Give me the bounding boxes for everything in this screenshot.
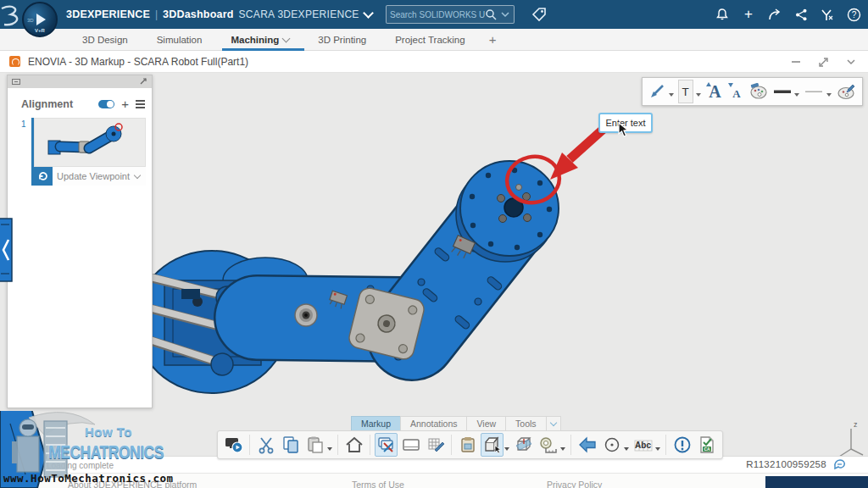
red-arrow-annotation[interactable] xyxy=(550,130,603,180)
panel-view-icon[interactable] xyxy=(399,433,422,457)
arrow-tool-icon[interactable] xyxy=(648,80,666,103)
view-3d-dropdown-icon[interactable] xyxy=(504,447,509,451)
markup-style-toolbar: T A A xyxy=(642,77,863,106)
alignment-title: Alignment xyxy=(21,98,92,110)
warning-icon[interactable] xyxy=(670,433,693,457)
add-tab-button[interactable]: + xyxy=(489,32,497,47)
center-circle-dropdown-icon[interactable] xyxy=(624,447,629,451)
axis-z-label: z xyxy=(854,420,858,429)
watermark-mechatronics-text: MECHATRONICS xyxy=(46,441,166,463)
search-icon[interactable] xyxy=(485,8,497,20)
svg-text:CA: CA xyxy=(704,446,710,452)
tab-project-tracking[interactable]: Project Tracking xyxy=(395,35,465,45)
line-color-palette-icon[interactable] xyxy=(836,80,857,103)
update-viewpoint-chevron-icon[interactable] xyxy=(134,172,141,179)
grid-edit-icon[interactable] xyxy=(424,433,447,457)
panel-collapse-handle[interactable] xyxy=(0,216,14,284)
robot-disc xyxy=(450,161,559,262)
fill-color-palette-icon[interactable] xyxy=(748,80,770,103)
thick-line-dropdown-icon[interactable] xyxy=(794,93,799,97)
update-viewpoint-button[interactable]: Update Viewpoint xyxy=(34,167,146,186)
thin-line-dropdown-icon[interactable] xyxy=(826,93,832,97)
paste-icon[interactable] xyxy=(303,433,326,457)
panel-window-icon xyxy=(12,79,20,85)
markup-edit-icon[interactable] xyxy=(833,458,846,470)
brand-3ddashboard[interactable]: 3DDashboard xyxy=(163,8,233,20)
alignment-add-button[interactable]: + xyxy=(121,100,129,108)
play-icon xyxy=(36,14,46,25)
markup-sketch-icon[interactable] xyxy=(375,433,398,457)
user-advocacy-icon[interactable] xyxy=(820,7,835,22)
brand-separator: | xyxy=(155,8,158,20)
tag-icon[interactable] xyxy=(531,6,548,23)
font-decrease-icon[interactable]: A xyxy=(727,80,746,103)
tab-chevron-icon[interactable] xyxy=(282,34,291,42)
share-nodes-icon[interactable] xyxy=(793,7,809,22)
tab-annotations[interactable]: Annotations xyxy=(400,416,466,431)
tab-strip-chevron-icon[interactable] xyxy=(546,416,561,431)
spellcheck-abc-icon[interactable]: Abc xyxy=(632,433,654,457)
section-cube-icon[interactable] xyxy=(512,433,535,457)
help-icon[interactable]: ? xyxy=(846,7,861,22)
text-tool-icon[interactable]: T xyxy=(678,80,693,103)
brand-3dexperience[interactable]: 3DEXPERIENCE xyxy=(66,8,150,20)
clipboard-box-icon[interactable] xyxy=(456,433,479,457)
footer-privacy-link[interactable]: Privacy Policy xyxy=(547,480,602,488)
certify-document-icon[interactable]: CA xyxy=(695,433,718,457)
revision-number: R1132100959258 xyxy=(746,459,826,469)
enovia-app-icon xyxy=(9,56,20,67)
cut-scissors-icon[interactable] xyxy=(254,433,277,457)
active-tab-underline xyxy=(222,48,304,51)
workspace-chevron-icon[interactable] xyxy=(363,8,374,19)
panel-header[interactable] xyxy=(8,75,152,88)
tab-machining[interactable]: Machining xyxy=(231,35,289,45)
view-axis-triad xyxy=(839,429,863,457)
thin-line-icon[interactable] xyxy=(804,80,823,103)
paste-dropdown-icon[interactable] xyxy=(327,447,332,451)
panel-expand-icon[interactable] xyxy=(139,77,147,86)
search-scope-chevron-icon[interactable] xyxy=(500,11,510,18)
tab-tools[interactable]: Tools xyxy=(505,416,546,431)
collapse-chevron-icon[interactable] xyxy=(846,58,856,65)
update-viewpoint-label: Update Viewpoint xyxy=(53,171,135,181)
back-arrow-icon[interactable] xyxy=(576,433,598,457)
viewpoint-thumbnail-image xyxy=(35,119,145,166)
minimize-icon[interactable] xyxy=(791,57,801,67)
home-icon[interactable] xyxy=(342,433,365,457)
alignment-toggle[interactable] xyxy=(98,100,114,108)
tab-3d-printing[interactable]: 3D Printing xyxy=(318,35,366,45)
watermark-url-text: www.HowToMechatronics.com xyxy=(3,472,174,485)
tab-view[interactable]: View xyxy=(466,416,505,431)
action-bar: Abc CA xyxy=(217,430,723,459)
alignment-panel: Alignment + 1 Update Viewpoint xyxy=(7,75,153,408)
bottom-tab-strip: Markup Annotations View Tools xyxy=(351,416,561,431)
copy-icon[interactable] xyxy=(279,433,302,457)
tab-markup[interactable]: Markup xyxy=(351,416,400,431)
text-tool-dropdown-icon[interactable] xyxy=(696,93,701,97)
font-increase-icon[interactable]: A xyxy=(705,80,725,103)
add-plus-icon[interactable]: + xyxy=(741,7,756,22)
search-box[interactable] xyxy=(386,5,515,24)
notification-bell-icon[interactable] xyxy=(715,7,730,22)
arrow-tool-dropdown-icon[interactable] xyxy=(669,93,674,97)
tab-simulation[interactable]: Simulation xyxy=(157,35,203,45)
3dexperience-compass-logo[interactable]: 3D V+R xyxy=(22,2,58,37)
measure-icon[interactable] xyxy=(537,433,559,457)
footer-terms-link[interactable]: Terms of Use xyxy=(352,480,404,488)
screen-capture-icon[interactable] xyxy=(222,433,245,457)
dashboard-tab-row: 3D Design Simulation Machining 3D Printi… xyxy=(0,29,868,51)
search-input[interactable] xyxy=(390,10,485,19)
abc-dropdown-icon[interactable] xyxy=(655,447,660,451)
workspace-name[interactable]: SCARA 3DEXPERIENCE xyxy=(239,8,359,20)
center-circle-icon[interactable] xyxy=(600,433,623,457)
measure-dropdown-icon[interactable] xyxy=(560,447,565,451)
alignment-menu-icon[interactable] xyxy=(136,100,145,108)
thick-line-icon[interactable] xyxy=(772,80,792,103)
revision-row: R1132100959258 xyxy=(746,458,846,470)
tab-3d-design[interactable]: 3D Design xyxy=(82,35,128,45)
view-3d-box-icon[interactable] xyxy=(481,433,504,457)
share-arrow-icon[interactable] xyxy=(767,7,782,22)
watermark-howto-text: How To xyxy=(73,424,144,439)
expand-icon[interactable] xyxy=(818,57,829,68)
viewpoint-thumbnail[interactable] xyxy=(34,118,146,167)
